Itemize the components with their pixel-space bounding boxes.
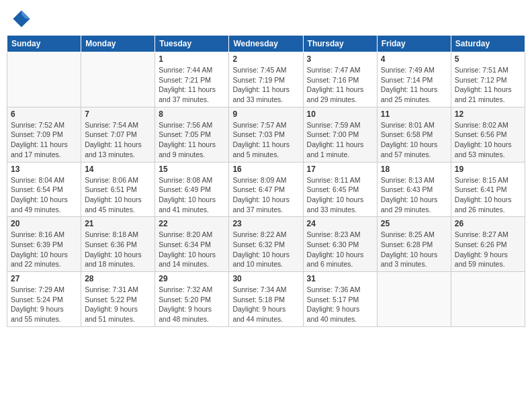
day-content: Sunrise: 8:11 AM Sunset: 6:45 PM Dayligh… — [307, 175, 373, 215]
day-content: Sunrise: 8:25 AM Sunset: 6:28 PM Dayligh… — [381, 230, 447, 269]
day-content: Sunrise: 7:52 AM Sunset: 7:09 PM Dayligh… — [11, 120, 77, 160]
day-content: Sunrise: 8:01 AM Sunset: 6:58 PM Dayligh… — [381, 120, 447, 160]
day-number: 14 — [85, 165, 151, 174]
day-number: 6 — [11, 109, 77, 119]
day-number: 11 — [381, 109, 447, 119]
calendar-cell: 18Sunrise: 8:13 AM Sunset: 6:43 PM Dayli… — [377, 162, 451, 217]
day-number: 4 — [381, 54, 447, 64]
day-number: 25 — [381, 219, 447, 228]
weekday-header-sunday: Sunday — [7, 36, 81, 52]
day-content: Sunrise: 8:09 AM Sunset: 6:47 PM Dayligh… — [232, 175, 299, 215]
day-number: 12 — [455, 109, 521, 119]
calendar-cell: 16Sunrise: 8:09 AM Sunset: 6:47 PM Dayli… — [229, 162, 303, 217]
day-number: 9 — [232, 109, 299, 119]
day-content: Sunrise: 8:27 AM Sunset: 6:26 PM Dayligh… — [455, 230, 521, 269]
day-number: 15 — [159, 165, 225, 174]
day-content: Sunrise: 7:29 AM Sunset: 5:24 PM Dayligh… — [11, 285, 77, 324]
weekday-header-saturday: Saturday — [451, 36, 525, 52]
day-number: 31 — [307, 274, 373, 283]
logo — [12, 9, 35, 28]
calendar-cell: 13Sunrise: 8:04 AM Sunset: 6:54 PM Dayli… — [7, 162, 81, 217]
day-content: Sunrise: 7:51 AM Sunset: 7:12 PM Dayligh… — [455, 65, 521, 105]
day-content: Sunrise: 7:47 AM Sunset: 7:16 PM Dayligh… — [307, 65, 373, 105]
day-number: 30 — [232, 274, 299, 283]
day-number: 22 — [159, 219, 225, 228]
day-number: 23 — [232, 219, 299, 228]
day-number: 13 — [11, 165, 77, 174]
day-content: Sunrise: 8:22 AM Sunset: 6:32 PM Dayligh… — [232, 230, 299, 269]
day-content: Sunrise: 7:34 AM Sunset: 5:18 PM Dayligh… — [232, 285, 299, 324]
calendar-cell — [7, 52, 81, 107]
day-content: Sunrise: 7:59 AM Sunset: 7:00 PM Dayligh… — [307, 120, 373, 160]
weekday-header-monday: Monday — [81, 36, 155, 52]
calendar-cell: 11Sunrise: 8:01 AM Sunset: 6:58 PM Dayli… — [377, 107, 451, 162]
calendar-cell: 14Sunrise: 8:06 AM Sunset: 6:51 PM Dayli… — [81, 162, 155, 217]
day-content: Sunrise: 8:06 AM Sunset: 6:51 PM Dayligh… — [85, 175, 151, 215]
calendar-table: SundayMondayTuesdayWednesdayThursdayFrid… — [7, 35, 525, 327]
day-content: Sunrise: 8:02 AM Sunset: 6:56 PM Dayligh… — [455, 120, 521, 160]
day-number: 24 — [307, 219, 373, 228]
day-number: 10 — [307, 109, 373, 119]
calendar-cell: 6Sunrise: 7:52 AM Sunset: 7:09 PM Daylig… — [7, 107, 81, 162]
weekday-header-friday: Friday — [377, 36, 451, 52]
day-number: 28 — [85, 274, 151, 283]
calendar-cell: 7Sunrise: 7:54 AM Sunset: 7:07 PM Daylig… — [81, 107, 155, 162]
calendar-cell: 23Sunrise: 8:22 AM Sunset: 6:32 PM Dayli… — [229, 217, 303, 272]
calendar-cell — [451, 272, 525, 327]
day-content: Sunrise: 7:36 AM Sunset: 5:17 PM Dayligh… — [307, 285, 373, 324]
calendar-cell: 30Sunrise: 7:34 AM Sunset: 5:18 PM Dayli… — [229, 272, 303, 327]
calendar-cell: 22Sunrise: 8:20 AM Sunset: 6:34 PM Dayli… — [155, 217, 229, 272]
page-header — [7, 7, 525, 31]
day-number: 17 — [307, 165, 373, 174]
calendar-cell: 4Sunrise: 7:49 AM Sunset: 7:14 PM Daylig… — [377, 52, 451, 107]
day-number: 27 — [11, 274, 77, 283]
weekday-header-row: SundayMondayTuesdayWednesdayThursdayFrid… — [7, 36, 525, 52]
calendar-cell: 2Sunrise: 7:45 AM Sunset: 7:19 PM Daylig… — [229, 52, 303, 107]
day-number: 1 — [159, 54, 225, 64]
day-content: Sunrise: 8:08 AM Sunset: 6:49 PM Dayligh… — [159, 175, 225, 215]
day-number: 7 — [85, 109, 151, 119]
day-number: 21 — [85, 219, 151, 228]
day-number: 18 — [381, 165, 447, 174]
calendar-cell: 10Sunrise: 7:59 AM Sunset: 7:00 PM Dayli… — [303, 107, 377, 162]
calendar-cell: 24Sunrise: 8:23 AM Sunset: 6:30 PM Dayli… — [303, 217, 377, 272]
weekday-header-thursday: Thursday — [303, 36, 377, 52]
logo-icon — [12, 9, 31, 28]
day-content: Sunrise: 7:57 AM Sunset: 7:03 PM Dayligh… — [232, 120, 299, 160]
day-content: Sunrise: 7:44 AM Sunset: 7:21 PM Dayligh… — [159, 65, 225, 105]
calendar-cell: 21Sunrise: 8:18 AM Sunset: 6:36 PM Dayli… — [81, 217, 155, 272]
day-content: Sunrise: 8:18 AM Sunset: 6:36 PM Dayligh… — [85, 230, 151, 269]
weekday-header-wednesday: Wednesday — [229, 36, 303, 52]
calendar-cell: 1Sunrise: 7:44 AM Sunset: 7:21 PM Daylig… — [155, 52, 229, 107]
calendar-cell: 9Sunrise: 7:57 AM Sunset: 7:03 PM Daylig… — [229, 107, 303, 162]
calendar-cell: 28Sunrise: 7:31 AM Sunset: 5:22 PM Dayli… — [81, 272, 155, 327]
calendar-cell: 29Sunrise: 7:32 AM Sunset: 5:20 PM Dayli… — [155, 272, 229, 327]
day-content: Sunrise: 7:31 AM Sunset: 5:22 PM Dayligh… — [85, 285, 151, 324]
calendar-cell: 27Sunrise: 7:29 AM Sunset: 5:24 PM Dayli… — [7, 272, 81, 327]
calendar-cell — [81, 52, 155, 107]
day-number: 29 — [159, 274, 225, 283]
day-content: Sunrise: 8:15 AM Sunset: 6:41 PM Dayligh… — [455, 175, 521, 215]
calendar-cell: 5Sunrise: 7:51 AM Sunset: 7:12 PM Daylig… — [451, 52, 525, 107]
day-number: 8 — [159, 109, 225, 119]
calendar-week-row: 20Sunrise: 8:16 AM Sunset: 6:39 PM Dayli… — [7, 217, 525, 272]
calendar-cell: 19Sunrise: 8:15 AM Sunset: 6:41 PM Dayli… — [451, 162, 525, 217]
calendar-cell: 25Sunrise: 8:25 AM Sunset: 6:28 PM Dayli… — [377, 217, 451, 272]
calendar-cell — [377, 272, 451, 327]
calendar-cell: 12Sunrise: 8:02 AM Sunset: 6:56 PM Dayli… — [451, 107, 525, 162]
day-content: Sunrise: 8:16 AM Sunset: 6:39 PM Dayligh… — [11, 230, 77, 269]
day-number: 3 — [307, 54, 373, 64]
calendar-week-row: 6Sunrise: 7:52 AM Sunset: 7:09 PM Daylig… — [7, 107, 525, 162]
calendar-cell: 15Sunrise: 8:08 AM Sunset: 6:49 PM Dayli… — [155, 162, 229, 217]
day-content: Sunrise: 8:23 AM Sunset: 6:30 PM Dayligh… — [307, 230, 373, 269]
calendar-cell: 17Sunrise: 8:11 AM Sunset: 6:45 PM Dayli… — [303, 162, 377, 217]
day-content: Sunrise: 7:49 AM Sunset: 7:14 PM Dayligh… — [381, 65, 447, 105]
day-number: 26 — [455, 219, 521, 228]
day-content: Sunrise: 8:04 AM Sunset: 6:54 PM Dayligh… — [11, 175, 77, 215]
weekday-header-tuesday: Tuesday — [155, 36, 229, 52]
day-number: 19 — [455, 165, 521, 174]
calendar-week-row: 27Sunrise: 7:29 AM Sunset: 5:24 PM Dayli… — [7, 272, 525, 327]
day-number: 2 — [232, 54, 299, 64]
day-number: 16 — [232, 165, 299, 174]
calendar-week-row: 1Sunrise: 7:44 AM Sunset: 7:21 PM Daylig… — [7, 52, 525, 107]
